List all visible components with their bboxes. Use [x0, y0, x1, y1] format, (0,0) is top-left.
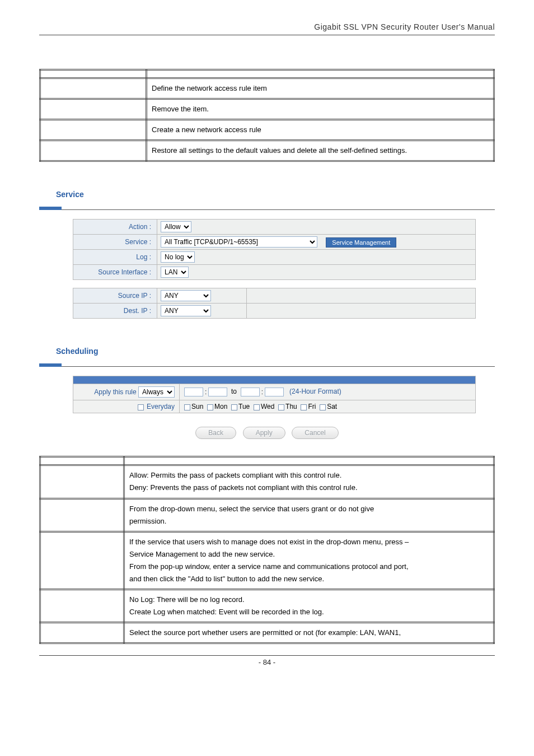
desc-line: No Log: There will be no log record.	[129, 595, 245, 604]
desc-line: permission.	[129, 517, 166, 525]
desc-line: Service Management to add the new servic…	[129, 550, 275, 558]
buttons-row: Back Apply Cancel	[39, 427, 495, 439]
log-select[interactable]: No log	[161, 251, 195, 263]
service-form: Action : Allow Service : All Traffic [TC…	[73, 219, 476, 280]
apply-rule-label: Apply this rule	[94, 388, 136, 396]
service-management-button[interactable]: Service Management	[326, 237, 396, 248]
desc-line: Deny: Prevents the pass of packets not c…	[129, 483, 358, 492]
day-tue-checkbox[interactable]	[231, 404, 237, 410]
time-from-min[interactable]	[208, 388, 227, 396]
day-thu-checkbox[interactable]	[278, 404, 284, 410]
header-title: Gigabit SSL VPN Security Router User's M…	[314, 22, 495, 31]
service-section-title: Service	[56, 190, 495, 199]
log-label: Log :	[73, 250, 157, 265]
page-footer: - 84 -	[39, 655, 495, 666]
scheduling-headbar	[73, 376, 476, 384]
apply-rule-select[interactable]: Always	[138, 386, 175, 398]
desc-line: If the service that users wish to manage…	[129, 538, 409, 546]
table-row-label	[40, 99, 147, 120]
scheduling-form: Apply this rule Always : to : (24-Hour F…	[73, 376, 476, 413]
desc-line: From the pop-up window, enter a service …	[129, 562, 409, 571]
time-format-note: (24-Hour Format)	[289, 388, 341, 396]
time-to-min[interactable]	[265, 388, 284, 396]
day-sat-label: Sat	[327, 403, 337, 410]
desc-line: From the drop-down menu, select the serv…	[129, 505, 374, 513]
everyday-checkbox[interactable]	[138, 404, 144, 410]
page-number: - 84 -	[259, 658, 275, 666]
time-to-hour[interactable]	[241, 388, 260, 396]
action-select[interactable]: Allow	[161, 221, 191, 232]
source-ip-select[interactable]: ANY	[161, 290, 211, 301]
day-tue-label: Tue	[238, 403, 250, 410]
table-row-label	[40, 78, 147, 99]
source-ip-label: Source IP :	[73, 288, 157, 304]
to-label: to	[231, 388, 237, 396]
day-sat-checkbox[interactable]	[320, 404, 326, 410]
service-select[interactable]: All Traffic [TCP&UDP/1~65535]	[161, 236, 317, 248]
source-interface-label: Source Interface :	[73, 265, 157, 280]
desc-service-mgmt: If the service that users wish to manage…	[124, 531, 494, 589]
time-from-hour[interactable]	[184, 388, 203, 396]
desc-action: Allow: Permits the pass of packets compl…	[124, 465, 494, 498]
service-label: Service :	[73, 235, 157, 250]
accent-bar	[39, 363, 62, 367]
table-row-desc: Define the network access rule item	[147, 78, 494, 99]
description-table: Allow: Permits the pass of packets compl…	[39, 456, 495, 644]
day-sun-checkbox[interactable]	[184, 404, 190, 410]
everyday-label: Everyday	[147, 403, 175, 410]
day-fri-checkbox[interactable]	[301, 404, 307, 410]
desc-service: From the drop-down menu, select the serv…	[124, 498, 494, 531]
day-sun-label: Sun	[191, 403, 203, 410]
table-row-desc: Restore all settings to the default valu…	[147, 141, 494, 161]
page-header: Gigabit SSL VPN Security Router User's M…	[39, 22, 495, 35]
desc-line: and then click the "Add to list" button …	[129, 575, 324, 583]
action-label: Action :	[73, 220, 157, 235]
dest-ip-select[interactable]: ANY	[161, 305, 211, 316]
desc-log: No Log: There will be no log record. Cre…	[124, 590, 494, 623]
table-row-desc: Create a new network access rule	[147, 120, 494, 141]
scheduling-section-title: Scheduling	[56, 347, 495, 356]
accent-bar	[39, 207, 62, 210]
desc-source-port: Select the source port whether users are…	[124, 623, 494, 643]
back-button[interactable]: Back	[195, 427, 236, 439]
day-thu-label: Thu	[285, 403, 297, 410]
day-mon-label: Mon	[214, 403, 227, 410]
service-ip-form: Source IP : ANY Dest. IP : ANY	[73, 288, 476, 319]
actions-table: Define the network access rule item Remo…	[39, 69, 495, 162]
apply-button[interactable]: Apply	[243, 427, 285, 439]
day-wed-label: Wed	[261, 403, 274, 410]
day-mon-checkbox[interactable]	[207, 404, 213, 410]
day-fri-label: Fri	[308, 403, 316, 410]
table-row-label	[40, 141, 147, 161]
desc-line: Select the source port whether users are…	[129, 628, 401, 637]
cancel-button[interactable]: Cancel	[292, 427, 338, 439]
table-row-label	[40, 120, 147, 141]
source-interface-select[interactable]: LAN	[161, 267, 189, 278]
desc-line: Allow: Permits the pass of packets compl…	[129, 471, 341, 479]
desc-line: Create Log when matched: Event will be r…	[129, 608, 324, 616]
table-row-desc: Remove the item.	[147, 99, 494, 120]
dest-ip-label: Dest. IP :	[73, 304, 157, 319]
day-wed-checkbox[interactable]	[254, 404, 260, 410]
